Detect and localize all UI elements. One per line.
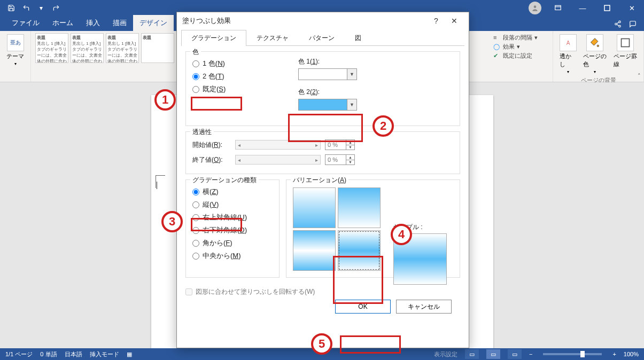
color1-dropdown[interactable]: ▼ — [298, 68, 357, 80]
paragraph-spacing-button[interactable]: ≡段落の間隔 ▾ — [493, 33, 548, 42]
tab-draw[interactable]: 描画 — [106, 15, 133, 31]
dialog-close-icon[interactable]: ✕ — [445, 14, 463, 28]
zoom-level[interactable]: 100% — [624, 351, 639, 357]
status-page[interactable]: 1/1 ページ — [5, 350, 33, 358]
tab-texture[interactable]: テクスチャ — [246, 30, 299, 46]
tab-design[interactable]: デザイン — [133, 15, 174, 31]
quick-access-toolbar: ▾ — [0, 2, 67, 14]
svg-point-4 — [619, 21, 621, 23]
page-borders-button[interactable]: ページ罫線 — [611, 33, 640, 75]
group-label — [35, 72, 174, 80]
svg-rect-1 — [555, 5, 561, 10]
tab-insert[interactable]: 挿入 — [80, 15, 106, 31]
status-word-count[interactable]: 0 単語 — [40, 350, 57, 358]
tab-pattern[interactable]: パターン — [299, 30, 345, 46]
ok-button[interactable]: OK — [335, 300, 391, 314]
comments-icon[interactable] — [628, 19, 638, 29]
dialog-titlebar: 塗りつぶし効果 ? ✕ — [177, 12, 469, 29]
variation-2[interactable] — [338, 187, 381, 228]
set-default-button[interactable]: ✔既定に設定 — [493, 51, 548, 60]
zoom-out-icon[interactable]: − — [529, 351, 532, 357]
trans-end-slider[interactable]: ◂▸ — [235, 155, 321, 165]
zoom-in-icon[interactable]: + — [612, 351, 616, 357]
radio-diag-up[interactable]: 右上対角線(U) — [192, 211, 273, 224]
trans-end-label: 終了値(O): — [192, 155, 231, 165]
ribbon-display-options-icon[interactable] — [546, 0, 570, 16]
page-color-button[interactable]: ページの色▾ — [581, 33, 609, 75]
radio-diag-down[interactable]: 右下対角線(D) — [192, 224, 273, 237]
variation-4[interactable] — [338, 230, 381, 271]
radio-from-center[interactable]: 中央から(M) — [192, 249, 273, 262]
radio-from-corner[interactable]: 角から(F) — [192, 237, 273, 249]
color2-dropdown[interactable]: ▼ — [298, 99, 357, 111]
radio-vertical[interactable]: 縦(V) — [192, 198, 273, 211]
transparency-group: 透過性 開始値(R): ◂▸ 0 %▲▼ 終了値(O): ◂▸ 0 %▲▼ — [185, 131, 460, 174]
status-insert-mode[interactable]: 挿入モード — [90, 350, 119, 358]
theme-thumb[interactable]: 表題見出し 1 [挿入] タブのギャラリーには、文書全体の外観に合わせて調整する… — [71, 33, 104, 63]
close-icon[interactable]: ✕ — [619, 0, 644, 16]
transparency-group-title: 透過性 — [190, 128, 214, 137]
tab-home[interactable]: ホーム — [46, 15, 80, 31]
trans-end-spinner[interactable]: 0 %▲▼ — [325, 154, 355, 165]
maximize-icon[interactable] — [595, 0, 619, 16]
help-icon[interactable]: ? — [427, 14, 445, 28]
watermark-button[interactable]: A透かし▾ — [557, 33, 579, 75]
status-language[interactable]: 日本語 — [65, 350, 82, 358]
svg-point-9 — [597, 45, 599, 46]
collapse-ribbon-icon[interactable]: ˄ — [638, 73, 641, 80]
svg-line-8 — [617, 25, 619, 26]
qat-dropdown-icon[interactable]: ▾ — [35, 2, 47, 14]
read-mode-icon[interactable]: ▭ — [465, 349, 479, 359]
themes-button[interactable]: 亜あ テーマ ▾ — [4, 33, 26, 67]
cancel-button[interactable]: キャンセル — [396, 300, 452, 314]
themes-label: テーマ — [6, 52, 24, 60]
chevron-down-icon: ▼ — [347, 69, 356, 80]
rotate-with-shape-checkbox[interactable]: 図形に合わせて塗りつぶしを回転する(W) — [185, 287, 460, 296]
effects-button[interactable]: ◯効果 ▾ — [493, 42, 548, 51]
theme-thumb[interactable]: 表題 — [141, 33, 174, 63]
theme-thumb[interactable]: 表題見出し 1 [挿入] タブのギャラリーには、文書全体の外観に合わせて調整する… — [106, 33, 139, 63]
trans-start-spinner[interactable]: 0 %▲▼ — [325, 139, 355, 150]
variation-3[interactable] — [293, 230, 336, 271]
theme-thumb[interactable]: 表題見出し 1 [挿入] タブのギャラリーには、文書全体の外観に合わせて調整する… — [35, 33, 68, 63]
tab-picture[interactable]: 図 — [345, 30, 371, 46]
page-color-icon — [586, 34, 603, 51]
effects-icon: ◯ — [493, 43, 501, 51]
svg-rect-3 — [604, 5, 610, 11]
redo-icon[interactable] — [50, 2, 62, 14]
svg-point-5 — [615, 23, 617, 25]
trans-start-label: 開始値(R): — [192, 140, 231, 150]
colors-group-title: 色 — [190, 48, 201, 57]
color2-label: 色 2(2): — [298, 88, 357, 97]
dialog-tabs: グラデーション テクスチャ パターン 図 — [181, 29, 464, 46]
tab-gradient[interactable]: グラデーション — [181, 30, 246, 46]
svg-rect-10 — [621, 39, 629, 47]
web-layout-icon[interactable]: ▭ — [508, 349, 522, 359]
save-icon[interactable] — [5, 2, 17, 14]
paragraph-spacing-icon: ≡ — [493, 34, 501, 42]
annotation-1: 1 — [154, 89, 176, 111]
zoom-slider[interactable] — [543, 353, 602, 355]
trans-start-slider[interactable]: ◂▸ — [235, 140, 321, 150]
gradient-type-title: グラデーションの種類 — [190, 176, 259, 185]
annotation-2: 2 — [373, 115, 394, 137]
gradient-type-group: グラデーションの種類 横(Z) 縦(V) 右上対角線(U) 右下対角線(D) 角… — [185, 179, 280, 278]
doc-formatting-gallery[interactable]: 表題見出し 1 [挿入] タブのギャラリーには、文書全体の外観に合わせて調整する… — [35, 33, 174, 63]
display-settings[interactable]: 表示設定 — [434, 350, 457, 358]
share-icon[interactable] — [613, 19, 623, 29]
annotation-4: 4 — [391, 224, 412, 245]
undo-icon[interactable] — [20, 2, 32, 14]
minimize-icon[interactable]: — — [570, 0, 595, 16]
macro-record-icon[interactable]: ▦ — [127, 351, 132, 358]
svg-line-7 — [617, 22, 619, 24]
radio-horizontal[interactable]: 横(Z) — [192, 185, 273, 198]
themes-icon: 亜あ — [7, 34, 24, 51]
variation-group: バリエーション(A) サンプル : — [286, 179, 460, 278]
print-layout-icon[interactable]: ▭ — [486, 349, 500, 359]
account-avatar-icon[interactable] — [529, 2, 541, 14]
window-controls: — ✕ — [546, 0, 644, 16]
svg-point-0 — [534, 5, 537, 8]
variation-1[interactable] — [293, 187, 336, 228]
chevron-down-icon: ▼ — [347, 99, 356, 110]
tab-file[interactable]: ファイル — [5, 15, 46, 31]
